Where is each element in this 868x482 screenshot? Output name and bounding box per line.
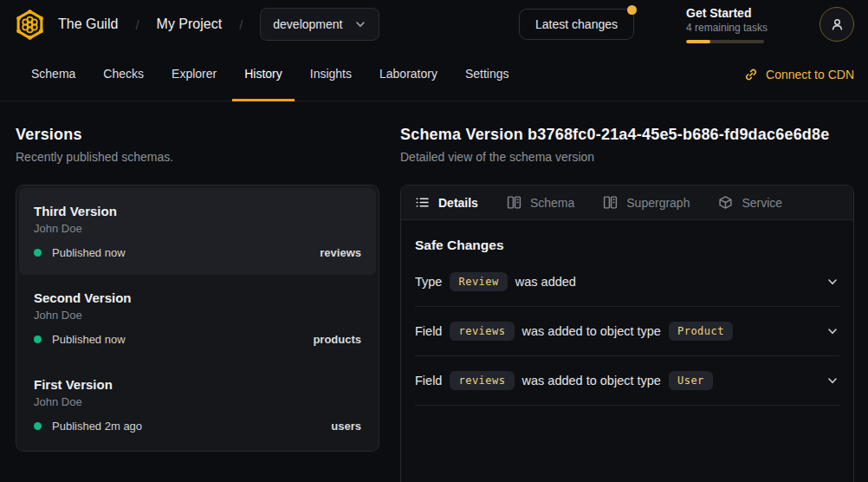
versions-title: Versions [16, 126, 379, 144]
version-detail-card: Details Schema [400, 185, 854, 482]
detail-body: Safe Changes Type Review was added Field… [401, 238, 853, 406]
versions-subtitle: Recently published schemas. [16, 150, 379, 164]
change-description: was added to object type [522, 374, 661, 388]
service-name: users [331, 420, 361, 433]
published-status-dot [34, 422, 42, 430]
change-name-badge: reviews [450, 322, 514, 341]
link-icon [744, 68, 758, 81]
get-started-title: Get Started [686, 6, 766, 20]
version-title: Third Version [34, 204, 361, 218]
guild-logo-icon[interactable] [14, 9, 46, 41]
published-status: Published 2m ago [52, 420, 142, 433]
breadcrumb-project[interactable]: My Project [157, 16, 223, 32]
version-detail-panel: Schema Version b3768fc0-21a4-45e5-b686-f… [400, 126, 854, 482]
detail-tab-schema[interactable]: Schema [507, 195, 574, 210]
version-author: John Doe [34, 222, 361, 235]
target-selector-value: development [273, 17, 342, 31]
detail-tab-label: Details [438, 196, 478, 210]
tab-checks[interactable]: Checks [91, 49, 156, 101]
get-started-subtitle: 4 remaining tasks [686, 22, 766, 34]
list-icon [415, 195, 430, 210]
change-row[interactable]: Field reviews was added to object type U… [415, 356, 839, 406]
change-name-badge: Review [450, 272, 507, 291]
connect-to-cdn-label: Connect to CDN [766, 68, 854, 81]
columns-icon [603, 195, 618, 210]
change-row[interactable]: Type Review was added [415, 257, 839, 307]
get-started-widget[interactable]: Get Started 4 remaining tasks [686, 6, 766, 43]
detail-tabs: Details Schema [401, 186, 853, 220]
change-description: was added [515, 275, 576, 289]
detail-tab-service[interactable]: Service [718, 195, 782, 210]
published-status-dot [34, 335, 42, 343]
change-description: was added to object type [522, 324, 661, 338]
breadcrumb-separator: / [234, 17, 248, 32]
published-status: Published now [52, 246, 126, 259]
progress-fill [686, 40, 710, 43]
change-row[interactable]: Field reviews was added to object type P… [415, 307, 839, 356]
version-list-item[interactable]: Second Version John Doe Published now pr… [19, 275, 376, 362]
latest-changes-label: Latest changes [535, 17, 618, 31]
version-list-item[interactable]: Third Version John Doe Published now rev… [19, 188, 376, 275]
brand: The Guild [14, 9, 118, 41]
cube-icon [718, 195, 733, 210]
detail-tab-label: Supergraph [626, 196, 690, 210]
version-detail-title: Schema Version b3768fc0-21a4-45e5-b686-f… [400, 126, 854, 144]
project-nav: Schema Checks Explorer History Insights … [0, 49, 868, 101]
published-status: Published now [52, 333, 126, 346]
version-detail-subtitle: Detailed view of the schema version [400, 150, 854, 164]
service-name: reviews [320, 246, 361, 259]
change-name-badge: reviews [450, 371, 514, 390]
published-status-dot [34, 249, 42, 257]
detail-tab-label: Service [742, 196, 782, 210]
user-avatar-button[interactable] [819, 7, 854, 42]
breadcrumb-separator: / [130, 17, 144, 32]
version-title: Second Version [34, 290, 361, 305]
tab-laboratory[interactable]: Laboratory [367, 49, 450, 101]
version-author: John Doe [34, 395, 361, 408]
chevron-down-icon[interactable] [826, 374, 839, 388]
tab-schema[interactable]: Schema [19, 49, 87, 101]
detail-tab-details[interactable]: Details [415, 195, 478, 210]
notification-dot [627, 5, 637, 15]
chevron-down-icon[interactable] [826, 324, 839, 338]
target-selector-dropdown[interactable]: development [260, 8, 379, 41]
columns-icon [507, 195, 521, 210]
chevron-down-icon [354, 18, 366, 30]
tab-history[interactable]: History [232, 49, 295, 101]
nav-tabs: Schema Checks Explorer History Insights … [19, 49, 521, 101]
connect-to-cdn-link[interactable]: Connect to CDN [744, 49, 854, 101]
version-list-item[interactable]: First Version John Doe Published 2m ago … [19, 362, 376, 448]
latest-changes-button[interactable]: Latest changes [519, 9, 634, 40]
tab-explorer[interactable]: Explorer [159, 49, 229, 101]
versions-list: Third Version John Doe Published now rev… [16, 185, 379, 452]
change-target-badge: Product [669, 322, 733, 341]
version-author: John Doe [34, 309, 361, 322]
get-started-progressbar [686, 40, 764, 43]
versions-panel: Versions Recently published schemas. Thi… [16, 126, 379, 482]
version-title: First Version [34, 377, 361, 392]
breadcrumb-org[interactable]: The Guild [58, 16, 118, 32]
change-kind: Field [415, 324, 442, 338]
user-icon [830, 17, 845, 32]
service-name: products [313, 333, 361, 346]
change-kind: Type [415, 275, 442, 289]
change-kind: Field [415, 374, 442, 388]
main-content: Versions Recently published schemas. Thi… [0, 101, 868, 482]
detail-tab-label: Schema [530, 196, 574, 210]
safe-changes-heading: Safe Changes [415, 238, 839, 253]
tab-insights[interactable]: Insights [298, 49, 364, 101]
chevron-down-icon[interactable] [826, 275, 839, 289]
change-target-badge: User [669, 371, 713, 390]
top-header: The Guild / My Project / development Lat… [0, 0, 868, 49]
tab-settings[interactable]: Settings [453, 49, 521, 101]
detail-tab-supergraph[interactable]: Supergraph [603, 195, 690, 210]
